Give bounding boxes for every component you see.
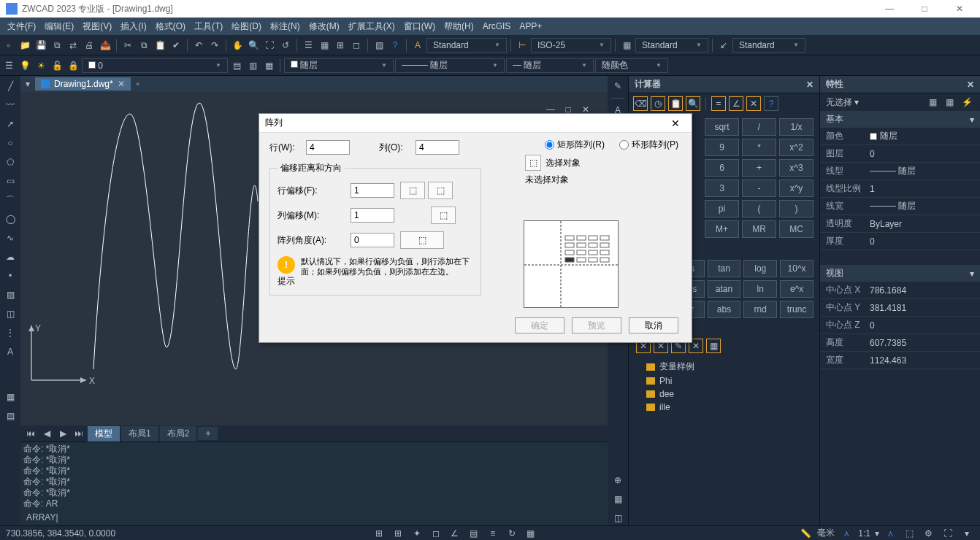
menu-view[interactable]: 视图(V) [78, 19, 116, 34]
redo-icon[interactable]: ↷ [207, 38, 222, 53]
calc-eq-icon[interactable]: = [711, 96, 726, 111]
minimize-button[interactable]: — [875, 4, 904, 14]
property-row[interactable]: 中心点 Z0 [820, 317, 980, 334]
props-close-icon[interactable]: ✕ [967, 80, 974, 90]
layer-on-icon[interactable]: 💡 [18, 58, 32, 73]
line-icon[interactable]: ╱ [3, 79, 18, 93]
layout-nav-prev-icon[interactable]: ◀ [39, 426, 54, 441]
calc-btn[interactable]: log [743, 260, 777, 277]
calc-btn[interactable]: tan [708, 260, 741, 277]
calc-close-icon[interactable]: ✕ [806, 80, 814, 90]
strip-nav1-icon[interactable]: ⊕ [610, 473, 625, 487]
strip-nav2-icon[interactable]: ▦ [610, 492, 625, 506]
otrack-icon[interactable]: ∠ [448, 526, 462, 541]
polar-icon[interactable]: ✦ [410, 526, 424, 541]
new-icon[interactable]: ▫ [1, 38, 16, 53]
iso-icon[interactable]: ⬚ [903, 526, 917, 541]
property-row[interactable]: 颜色随层 [820, 128, 980, 145]
fullscreen-icon[interactable]: ⛶ [941, 526, 955, 541]
property-row[interactable]: 线型比例1 [820, 180, 980, 198]
layer-tools2-icon[interactable]: ▥ [245, 58, 260, 73]
hatch-icon[interactable]: ▨ [372, 38, 386, 53]
text-icon[interactable]: A [410, 38, 425, 53]
pick-row-offset-button[interactable]: ⬚ [400, 182, 425, 199]
dialog-close-icon[interactable]: ✕ [665, 117, 686, 129]
calc-x-icon[interactable]: ✕ [746, 96, 761, 111]
menu-format[interactable]: 格式(O) [151, 19, 190, 34]
palette-icon[interactable]: ▤ [3, 409, 18, 423]
ortho-icon[interactable]: ⊞ [391, 526, 405, 541]
text-style-dropdown[interactable]: Standard▼ [426, 38, 507, 53]
calc-btn[interactable]: x^y [779, 180, 814, 197]
document-tab[interactable]: Drawing1.dwg* ✕ [35, 77, 131, 90]
property-row[interactable]: 图层0 [820, 145, 980, 163]
more-icon[interactable]: ⋮ [3, 325, 18, 340]
new-tab-icon[interactable]: ▫ [131, 77, 145, 91]
property-row[interactable]: 线型——— 随层 [820, 163, 980, 180]
layout1-tab[interactable]: 布局1 [121, 426, 158, 441]
layer-mgr-icon[interactable]: ☰ [1, 58, 16, 73]
layer-unlock-icon[interactable]: 🔓 [50, 58, 64, 73]
calc-btn[interactable]: 1/x [779, 118, 814, 136]
calc-btn[interactable]: x^3 [779, 159, 814, 177]
property-row[interactable]: 高度607.7385 [820, 334, 980, 352]
props-tool3-icon[interactable]: ⚡ [960, 95, 974, 109]
ok-button[interactable]: 确定 [515, 317, 564, 333]
props-tool1-icon[interactable]: ▦ [925, 95, 940, 109]
layer-dropdown[interactable]: 0▼ [82, 58, 228, 73]
menu-app[interactable]: APP+ [515, 20, 546, 33]
calc-help-icon[interactable]: ? [764, 96, 778, 111]
close-window-button[interactable]: ✕ [945, 4, 974, 14]
calc-btn[interactable]: x^2 [779, 139, 814, 156]
var-item[interactable]: ille [635, 401, 814, 414]
maximize-button[interactable]: □ [910, 4, 939, 14]
property-row[interactable]: 宽度1124.463 [820, 352, 980, 369]
layer-tools3-icon[interactable]: ▦ [261, 58, 276, 73]
calc-btn[interactable]: / [742, 118, 776, 136]
calc-btn[interactable]: + [742, 159, 776, 177]
row-offset-input[interactable] [351, 183, 394, 198]
calc-paste-icon[interactable]: 📋 [668, 96, 683, 111]
property-row[interactable]: 线宽——— 随层 [820, 198, 980, 215]
calc-btn[interactable]: 3 [705, 180, 739, 197]
calc-btn[interactable]: atan [708, 280, 741, 298]
layer-tools1-icon[interactable]: ▤ [229, 58, 244, 73]
table-style-icon[interactable]: ▦ [619, 38, 634, 53]
property-row[interactable]: 中心点 Y381.4181 [820, 299, 980, 317]
viewcube-icon[interactable]: ⋏ [884, 526, 898, 541]
menu-dim[interactable]: 标注(N) [266, 19, 305, 34]
group-basic-header[interactable]: 基本▾ [820, 111, 980, 128]
osnap-icon[interactable]: ◻ [429, 526, 443, 541]
layout-nav-first-icon[interactable]: ⏮ [23, 426, 38, 441]
calc-btn[interactable]: - [742, 180, 776, 197]
props-tool2-icon[interactable]: ▦ [943, 95, 957, 109]
calc-btn[interactable]: ln [743, 280, 777, 298]
cut-icon[interactable]: ✂ [120, 38, 135, 53]
add-layout-tab[interactable]: + [198, 427, 218, 440]
lead-style-icon[interactable]: ↙ [716, 38, 731, 53]
status-menu-icon[interactable]: ▾ [960, 526, 974, 541]
publish-icon[interactable]: 📤 [98, 38, 112, 53]
zoom-icon[interactable]: 🔍 [246, 38, 261, 53]
property-row[interactable]: 透明度ByLayer [820, 215, 980, 233]
grid-icon[interactable]: ⊞ [333, 38, 348, 53]
var-item[interactable]: Phi [635, 374, 814, 387]
hatch2-icon[interactable]: ▨ [3, 288, 18, 302]
polygon-icon[interactable]: ⬠ [3, 155, 18, 169]
help-icon[interactable]: ? [388, 38, 402, 53]
menu-insert[interactable]: 插入(I) [116, 19, 150, 34]
calc-btn[interactable]: sqrt [705, 118, 739, 136]
calc-btn[interactable]: * [742, 139, 776, 156]
calc-btn[interactable]: trunc [780, 301, 814, 318]
pick-angle-button[interactable]: ⬚ [400, 231, 444, 249]
model-tab[interactable]: 模型 [88, 426, 120, 441]
zoomprev-icon[interactable]: ↺ [278, 38, 293, 53]
pick-col-offset-button[interactable]: ⬚ [431, 207, 456, 224]
cycle-icon[interactable]: ↻ [505, 526, 519, 541]
circle-icon[interactable]: ○ [3, 136, 18, 150]
calc-btn[interactable]: pi [705, 200, 739, 217]
linetype-dropdown[interactable]: ——— 随层▼ [395, 58, 505, 73]
ray-icon[interactable]: ↗ [3, 117, 18, 131]
var-tool5-icon[interactable]: ▦ [706, 339, 721, 353]
open-icon[interactable]: 📁 [18, 38, 32, 53]
